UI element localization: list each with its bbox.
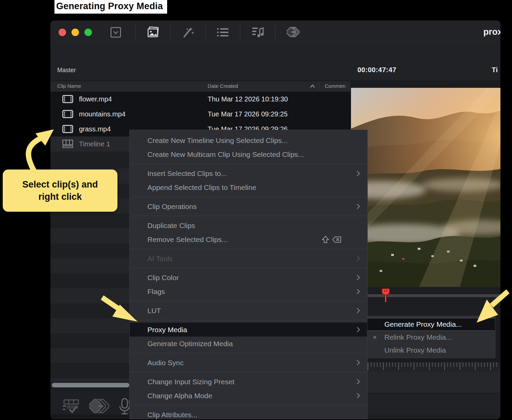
submenu-chevron-icon [355, 379, 360, 385]
context-menu: Create New Timeline Using Selected Clips… [129, 130, 368, 419]
menu-item-ai-tools: AI Tools [130, 252, 367, 265]
edit-index-icon[interactable] [216, 26, 229, 39]
clip-row-flower[interactable]: flower.mp4 Thu Mar 12 2026 10:19:30 [50, 92, 351, 107]
timeline-track-area [351, 372, 500, 393]
menu-item-clip-color[interactable]: Clip Color [130, 271, 367, 285]
minimize-window-button[interactable] [71, 29, 79, 36]
submenu-item-relink-proxy-media[interactable]: ×Relink Proxy Media... [367, 331, 495, 344]
timeline-track-area-lower [351, 393, 500, 415]
proxy-media-submenu: Generate Proxy Media... ×Relink Proxy Me… [367, 316, 495, 358]
menu-item-change-alpha-mode[interactable]: Change Alpha Mode [130, 389, 367, 403]
metadata-view-toggle-icon[interactable] [109, 26, 123, 39]
effects-library-icon[interactable] [181, 26, 195, 39]
scrollbar-thumb[interactable] [52, 383, 129, 387]
project-title-fragment: prox [483, 27, 500, 37]
close-x-icon: × [373, 334, 377, 341]
menu-item-duplicate-clips[interactable]: Duplicate Clips [130, 219, 367, 232]
menu-item-clip-operations[interactable]: Clip Operations [130, 199, 367, 213]
marker-pin-icon[interactable] [381, 288, 390, 303]
viewer-scrub-bar[interactable] [351, 294, 500, 297]
submenu-chevron-icon [355, 171, 360, 176]
smart-bins-icon[interactable] [62, 399, 82, 415]
menu-item-remove-selected-clips[interactable]: Remove Selected Clips... [130, 232, 367, 246]
shift-icon [322, 236, 329, 244]
titlebar: prox [50, 20, 500, 44]
submenu-chevron-icon [355, 327, 360, 333]
submenu-chevron-icon [355, 204, 360, 209]
menu-item-audio-sync[interactable]: Audio Sync [130, 356, 367, 370]
timeline-icon [62, 140, 73, 148]
stacked-clips-icon[interactable] [89, 398, 110, 415]
menu-item-create-new-multicam[interactable]: Create New Multicam Clip Using Selected … [130, 147, 367, 161]
media-pool-icon[interactable] [146, 26, 160, 39]
menu-item-lut[interactable]: LUT [130, 304, 367, 318]
sort-ascending-icon [310, 84, 315, 88]
menu-item-generate-optimized-media[interactable]: Generate Optimized Media [130, 337, 367, 351]
submenu-chevron-icon [355, 256, 360, 261]
video-preview [351, 88, 500, 287]
column-headers: Clip Name Date Created Commen [50, 81, 351, 91]
annotation-callout: Select clip(s) and right click [3, 169, 117, 212]
submenu-chevron-icon [355, 308, 360, 313]
menu-item-change-input-sizing-preset[interactable]: Change Input Sizing Preset [130, 375, 367, 389]
column-clip-name[interactable]: Clip Name [57, 83, 81, 89]
submenu-item-unlink-proxy-media[interactable]: Unlink Proxy Media [367, 344, 495, 357]
menu-item-insert-selected-clips[interactable]: Insert Selected Clips to... [130, 166, 367, 180]
backspace-icon [332, 236, 341, 243]
sound-library-icon[interactable] [251, 26, 265, 39]
video-clip-icon [62, 110, 73, 118]
page-title: Generating Proxy Media [54, 0, 167, 14]
video-clip-icon [62, 125, 73, 133]
submenu-chevron-icon [355, 275, 360, 280]
viewer-timecode: 00:00:47:47 [357, 66, 396, 74]
zoom-window-button[interactable] [84, 29, 92, 36]
menu-item-proxy-media[interactable]: Proxy Media [130, 323, 367, 337]
stacked-timelines-icon[interactable] [287, 26, 300, 39]
submenu-chevron-icon [355, 289, 360, 294]
arrow-to-grass-clip [29, 138, 42, 171]
submenu-chevron-icon [355, 360, 360, 366]
clip-row-mountains[interactable]: mountains.mp4 Tue Mar 17 2026 09:29:25 [50, 107, 351, 122]
column-comments[interactable]: Commen [325, 83, 346, 89]
menu-item-flags[interactable]: Flags [130, 285, 367, 298]
viewer-clip-name-fragment: Ti [492, 66, 498, 74]
submenu-item-generate-proxy-media[interactable]: Generate Proxy Media... [367, 318, 495, 331]
column-date-created[interactable]: Date Created [208, 83, 238, 89]
viewer-scrub-area[interactable] [351, 287, 500, 316]
menu-item-append-selected-clips[interactable]: Append Selected Clips to Timeline [130, 180, 367, 194]
bin-path-bar: Master 00:00:47:47 Ti [50, 61, 500, 81]
menu-item-clip-attributes[interactable]: Clip Attributes... [130, 408, 367, 420]
source-viewer [351, 81, 500, 419]
submenu-chevron-icon [355, 393, 360, 399]
menu-item-create-new-timeline[interactable]: Create New Timeline Using Selected Clips… [130, 133, 367, 147]
timeline-ruler[interactable] [351, 361, 500, 372]
close-window-button[interactable] [59, 29, 66, 36]
video-clip-icon [62, 95, 73, 103]
bin-name: Master [57, 67, 76, 74]
shortcut-shift-delete [322, 236, 341, 244]
